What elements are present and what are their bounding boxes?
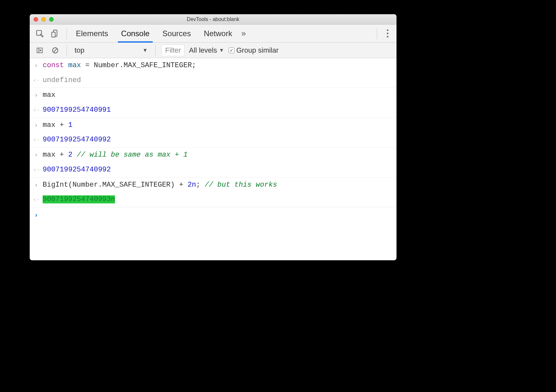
code-content: undefined <box>43 76 81 85</box>
tab-console[interactable]: Console <box>120 25 151 42</box>
settings-menu-icon[interactable] <box>383 29 392 37</box>
code-content: max <box>43 90 56 100</box>
code-content: max + 2 // will be same as max + 1 <box>43 150 188 160</box>
input-arrow-icon: › <box>33 180 39 189</box>
tab-network[interactable]: Network <box>202 25 233 42</box>
code-content: max + 1 <box>43 120 72 130</box>
console-toolbar: top ▼ Filter All levels ▼ ✓ Group simila… <box>30 43 396 58</box>
code-content: const max = Number.MAX_SAFE_INTEGER; <box>43 61 196 70</box>
code-content: 9007199254740991 <box>43 105 111 115</box>
console-output-row: ‹·9007199254740992 <box>30 162 396 178</box>
clear-console-icon[interactable] <box>50 45 61 56</box>
traffic-lights <box>34 17 54 22</box>
devtools-window: DevTools - about:blank ElementsConsoleSo… <box>30 14 396 260</box>
group-similar-label: Group similar <box>236 46 279 55</box>
devtools-toolbar: ElementsConsoleSourcesNetwork » <box>30 25 396 43</box>
tab-sources[interactable]: Sources <box>161 25 192 42</box>
window-title: DevTools - about:blank <box>30 16 396 22</box>
tab-elements[interactable]: Elements <box>75 25 109 42</box>
console-output-row: ‹·undefined <box>30 73 396 88</box>
separator <box>67 45 67 56</box>
console-messages[interactable]: ›const max = Number.MAX_SAFE_INTEGER;‹·u… <box>30 58 396 260</box>
device-toolbar-icon[interactable] <box>50 28 61 39</box>
panel-tabs: ElementsConsoleSourcesNetwork <box>75 25 233 42</box>
console-input-row: ›max + 1 <box>30 118 396 133</box>
input-arrow-icon: › <box>33 61 39 69</box>
log-levels-label: All levels <box>189 46 217 55</box>
code-content: 9007199254740992 <box>43 165 111 175</box>
output-arrow-icon: ‹· <box>33 105 39 114</box>
chevron-down-icon: ▼ <box>143 47 148 53</box>
code-content: BigInt(Number.MAX_SAFE_INTEGER) + 2n; //… <box>43 180 277 190</box>
console-output-row: ‹·9007199254740993n <box>30 192 396 207</box>
context-selector[interactable]: top ▼ <box>73 45 149 56</box>
svg-rect-2 <box>52 32 55 37</box>
console-input-row: ›BigInt(Number.MAX_SAFE_INTEGER) + 2n; /… <box>30 178 396 192</box>
output-arrow-icon: ‹· <box>33 135 39 144</box>
minimize-window-button[interactable] <box>41 17 46 22</box>
zoom-window-button[interactable] <box>49 17 54 22</box>
more-tabs-icon[interactable]: » <box>238 28 248 38</box>
separator <box>377 28 377 39</box>
separator <box>67 28 67 39</box>
titlebar: DevTools - about:blank <box>30 14 396 25</box>
filter-input[interactable]: Filter <box>161 45 184 56</box>
console-input-row: ›const max = Number.MAX_SAFE_INTEGER; <box>30 58 396 73</box>
separator <box>155 45 156 56</box>
input-arrow-icon: › <box>33 90 39 99</box>
console-prompt[interactable]: › <box>30 207 396 222</box>
code-content: 9007199254740993n <box>43 195 115 204</box>
group-similar-toggle[interactable]: ✓ Group similar <box>229 46 279 55</box>
input-arrow-icon: › <box>33 120 39 129</box>
output-arrow-icon: ‹· <box>33 195 39 203</box>
console-output-row: ‹·9007199254740992 <box>30 132 396 148</box>
chevron-down-icon: ▼ <box>219 47 224 53</box>
console-output-row: ‹·9007199254740991 <box>30 103 396 118</box>
console-input-row: ›max + 2 // will be same as max + 1 <box>30 148 396 162</box>
code-content: 9007199254740992 <box>43 135 111 145</box>
context-label: top <box>75 46 85 55</box>
inspect-element-icon[interactable] <box>34 28 45 39</box>
prompt-arrow-icon: › <box>33 210 39 220</box>
output-arrow-icon: ‹· <box>33 165 39 174</box>
output-arrow-icon: ‹· <box>33 76 39 84</box>
toggle-drawer-icon[interactable] <box>34 45 45 56</box>
console-input-row: ›max <box>30 88 396 103</box>
close-window-button[interactable] <box>34 17 38 22</box>
checkbox-icon: ✓ <box>229 47 234 53</box>
input-arrow-icon: › <box>33 150 39 159</box>
log-levels-selector[interactable]: All levels ▼ <box>189 46 224 55</box>
